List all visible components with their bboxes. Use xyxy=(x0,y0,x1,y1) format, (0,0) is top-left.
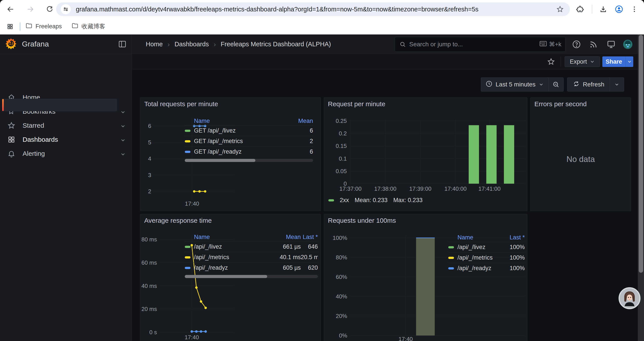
series-mean: 6 xyxy=(287,127,313,134)
url-text[interactable]: grafana.mathmast.com/d/deytv4rwavabkb/fr… xyxy=(76,3,478,16)
back-icon[interactable] xyxy=(4,3,17,16)
share-menu-button[interactable] xyxy=(625,56,633,67)
svg-text:20%: 20% xyxy=(336,313,347,319)
refresh-interval-button[interactable] xyxy=(610,78,624,91)
monitor-icon[interactable] xyxy=(606,40,616,49)
series-name[interactable]: /api/_/metrics xyxy=(194,254,229,261)
user-avatar[interactable] xyxy=(623,39,632,49)
series-name[interactable]: /api/_/metrics xyxy=(458,254,493,261)
legend-col-last[interactable]: Last * xyxy=(301,234,318,240)
search-input[interactable]: Search or jump to... ⌘+k xyxy=(394,37,566,52)
legend-col-name[interactable]: Name xyxy=(185,118,287,124)
apps-grid-icon[interactable] xyxy=(4,20,17,33)
toolbar-divider xyxy=(592,5,592,14)
page-scrollbar-thumb[interactable] xyxy=(639,35,643,273)
search-placeholder: Search or jump to... xyxy=(409,41,463,48)
legend-row[interactable]: /api/_/readyz605 µs620 xyxy=(185,262,318,273)
series-name[interactable]: GET /api/_/readyz xyxy=(194,148,242,155)
series-last: 100% xyxy=(503,254,525,261)
forward-icon[interactable] xyxy=(24,3,37,16)
url-bar[interactable]: grafana.mathmast.com/d/deytv4rwavabkb/fr… xyxy=(56,3,570,16)
sidebar-item-alerting[interactable]: Alerting xyxy=(0,147,132,160)
legend-row[interactable]: /api/_/livez100% xyxy=(448,242,525,252)
panel-request-per-minute: Request per minute 0.250.20.150.10.05017… xyxy=(324,97,528,211)
sidebar-item-dashboards[interactable]: Dashboards xyxy=(0,133,132,146)
legend-row[interactable]: GET /api/_/metrics2 xyxy=(185,136,313,146)
site-settings-icon[interactable] xyxy=(61,4,71,14)
sidebar-item-starred[interactable]: Starred xyxy=(0,119,132,132)
zoom-out-button[interactable] xyxy=(548,78,563,91)
legend-scrollbar-thumb[interactable] xyxy=(185,275,267,278)
svg-text:17:41:00: 17:41:00 xyxy=(478,185,501,192)
chevron-down-icon[interactable] xyxy=(120,137,126,145)
series-name[interactable]: GET /api/_/metrics xyxy=(194,138,243,145)
legend-table: NameMeanGET /api/_/livez6GET /api/_/metr… xyxy=(185,117,313,162)
sidebar-selected-bg xyxy=(2,99,117,111)
series-name[interactable]: 2xx xyxy=(340,197,349,204)
refresh-button[interactable]: Refresh xyxy=(568,80,610,89)
svg-text:0.1: 0.1 xyxy=(339,155,347,162)
legend-scrollbar-track[interactable] xyxy=(185,275,318,278)
series-name[interactable]: /api/_/readyz xyxy=(194,264,228,271)
breadcrumb-dashboards[interactable]: Dashboards xyxy=(174,41,209,48)
bookmark-folder-freeleaps[interactable]: Freeleaps xyxy=(22,20,65,33)
help-icon[interactable] xyxy=(572,40,581,49)
series-name[interactable]: GET /api/_/livez xyxy=(194,127,236,134)
series-last: 646 xyxy=(301,243,318,250)
time-range-picker[interactable]: Last 5 minutes xyxy=(481,80,548,89)
browser-window: grafana.mathmast.com/d/deytv4rwavabkb/fr… xyxy=(0,0,644,341)
news-rss-icon[interactable] xyxy=(589,40,598,49)
legend-scrollbar-track[interactable] xyxy=(185,159,313,162)
downloads-icon[interactable] xyxy=(597,3,610,16)
breadcrumb-home[interactable]: Home xyxy=(146,41,163,48)
share-button[interactable]: Share xyxy=(602,56,625,67)
panel-title[interactable]: Errors per second xyxy=(534,100,586,108)
brand-name: Grafana xyxy=(22,40,49,48)
legend-col-name[interactable]: Name xyxy=(448,234,503,241)
legend-row[interactable]: GET /api/_/livez6 xyxy=(185,125,313,136)
legend-table: NameLast */api/_/livez100%/api/_/metrics… xyxy=(448,233,525,273)
legend-row[interactable]: /api/_/livez661 µs646 xyxy=(185,241,318,252)
chevron-down-icon[interactable] xyxy=(120,151,126,159)
sidebar-item-label: Alerting xyxy=(22,150,45,157)
legend-col-mean[interactable]: Mean xyxy=(266,234,301,240)
series-name[interactable]: /api/_/readyz xyxy=(458,265,492,272)
sidebar-collapse-icon[interactable] xyxy=(118,41,126,49)
series-name[interactable]: /api/_/livez xyxy=(194,243,222,250)
series-color-pill xyxy=(448,246,454,248)
bell-icon xyxy=(8,150,15,158)
bookmark-folder-blogs[interactable]: 收藏博客 xyxy=(68,20,109,33)
folder-icon xyxy=(72,22,78,31)
favorite-star-icon[interactable] xyxy=(547,58,555,67)
series-color-pill xyxy=(185,267,190,269)
chevron-down-icon[interactable] xyxy=(120,109,126,117)
sidebar-item-label: Starred xyxy=(22,122,44,129)
series-color-pill xyxy=(448,257,454,259)
legend-inline[interactable]: 2xxMean: 0.233Max: 0.233 xyxy=(328,197,422,204)
svg-text:40%: 40% xyxy=(336,293,347,300)
series-color-pill xyxy=(328,199,334,201)
legend-col-last[interactable]: Last * xyxy=(503,234,525,241)
chevron-down-icon[interactable] xyxy=(120,123,126,131)
no-data-message: No data xyxy=(530,155,631,164)
svg-text:17:40: 17:40 xyxy=(185,200,199,207)
legend-col-mean[interactable]: Mean xyxy=(287,118,313,124)
grafana-logo-icon[interactable] xyxy=(5,37,17,51)
reload-icon[interactable] xyxy=(43,3,56,16)
svg-text:60%: 60% xyxy=(336,274,347,280)
svg-text:0 s: 0 s xyxy=(149,329,157,335)
browser-menu-icon[interactable] xyxy=(628,3,641,16)
profile-icon[interactable] xyxy=(612,3,626,16)
legend-scrollbar-thumb[interactable] xyxy=(185,159,255,162)
bookmark-star-icon[interactable] xyxy=(556,6,564,14)
series-stat: Max: 0.233 xyxy=(393,197,422,204)
legend-row[interactable]: /api/_/metrics40.1 ms20.5 m xyxy=(185,252,318,262)
series-name[interactable]: /api/_/livez xyxy=(458,244,486,251)
legend-row[interactable]: GET /api/_/readyz6 xyxy=(185,146,313,157)
export-button[interactable]: Export xyxy=(565,56,600,67)
assistant-avatar[interactable] xyxy=(618,287,640,309)
legend-col-name[interactable]: Name xyxy=(185,234,266,240)
legend-row[interactable]: /api/_/metrics100% xyxy=(448,252,525,263)
extensions-icon[interactable] xyxy=(574,3,586,16)
legend-row[interactable]: /api/_/readyz100% xyxy=(448,263,525,273)
